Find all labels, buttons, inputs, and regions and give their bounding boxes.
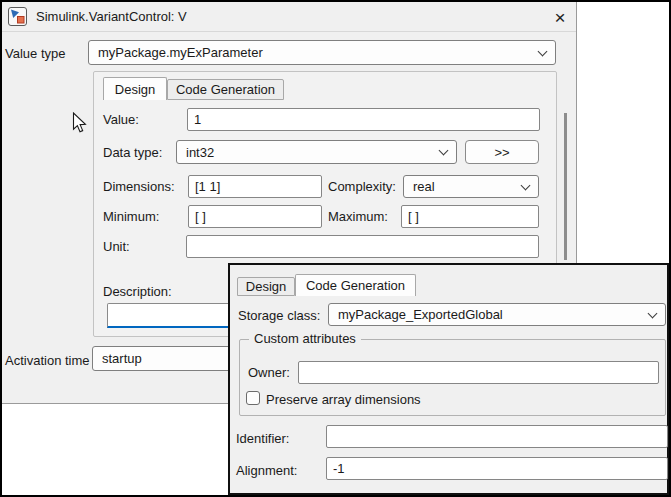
tab-design[interactable]: Design — [103, 77, 167, 100]
preserve-array-dimensions-checkbox[interactable] — [246, 391, 260, 405]
panel-tab-code-generation-label: Code Generation — [306, 278, 405, 293]
value-label: Value: — [103, 112, 139, 127]
tab-code-generation[interactable]: Code Generation — [167, 79, 284, 100]
simulink-app-icon — [8, 7, 27, 26]
description-label: Description: — [103, 284, 172, 299]
custom-attributes-title: Custom attributes — [249, 331, 361, 346]
owner-label: Owner: — [248, 365, 290, 380]
value-type-dropdown[interactable]: myPackage.myExParameter — [88, 40, 556, 65]
minimum-input[interactable] — [188, 205, 322, 228]
panel-tab-design-label: Design — [246, 279, 286, 294]
title-bar[interactable]: Simulink.VariantControl: V × — [2, 2, 576, 32]
storage-class-selected: myPackage_ExportedGlobal — [338, 307, 503, 322]
unit-label: Unit: — [103, 239, 130, 254]
chevron-down-icon — [538, 46, 548, 56]
owner-input[interactable] — [298, 361, 659, 384]
minimum-label: Minimum: — [103, 209, 159, 224]
alignment-input[interactable] — [326, 457, 668, 480]
maximum-input[interactable] — [401, 205, 539, 228]
chevron-down-icon — [521, 180, 531, 190]
value-input[interactable] — [187, 108, 540, 131]
close-icon[interactable]: × — [548, 5, 572, 29]
maximum-label: Maximum: — [328, 209, 388, 224]
alignment-label: Alignment: — [236, 463, 297, 478]
dialog-title: Simulink.VariantControl: V — [36, 9, 187, 24]
unit-input[interactable] — [186, 235, 539, 258]
tab-design-label: Design — [115, 82, 155, 97]
vertical-scrollbar[interactable] — [564, 113, 567, 260]
chevron-down-icon — [439, 146, 449, 156]
complexity-label: Complexity: — [328, 179, 396, 194]
complexity-selected: real — [413, 179, 435, 194]
value-type-label: Value type — [5, 46, 65, 61]
preserve-array-dimensions-label: Preserve array dimensions — [266, 392, 421, 407]
panel-tab-design[interactable]: Design — [237, 277, 295, 296]
identifier-input[interactable] — [326, 425, 668, 448]
data-type-dropdown[interactable]: int32 — [176, 140, 457, 164]
storage-class-dropdown[interactable]: myPackage_ExportedGlobal — [328, 303, 666, 326]
data-type-selected: int32 — [186, 145, 214, 160]
dimensions-label: Dimensions: — [103, 179, 175, 194]
panel-tab-code-generation[interactable]: Code Generation — [295, 274, 416, 296]
chevron-down-icon — [648, 308, 658, 318]
screenshot-frame: Simulink.VariantControl: V × Value type … — [0, 0, 671, 497]
data-type-assistant-button[interactable]: >> — [465, 140, 539, 164]
activation-time-label: Activation time — [5, 353, 90, 368]
activation-time-selected: startup — [102, 351, 142, 366]
dimensions-input[interactable] — [188, 175, 322, 198]
identifier-label: Identifier: — [236, 431, 289, 446]
storage-class-label: Storage class: — [238, 308, 320, 323]
complexity-dropdown[interactable]: real — [403, 175, 539, 198]
mouse-cursor — [72, 112, 88, 136]
tab-code-generation-label: Code Generation — [176, 82, 275, 97]
code-generation-panel: Design Code Generation Storage class: my… — [228, 263, 669, 495]
value-type-selected: myPackage.myExParameter — [98, 45, 263, 60]
data-type-label: Data type: — [103, 145, 162, 160]
